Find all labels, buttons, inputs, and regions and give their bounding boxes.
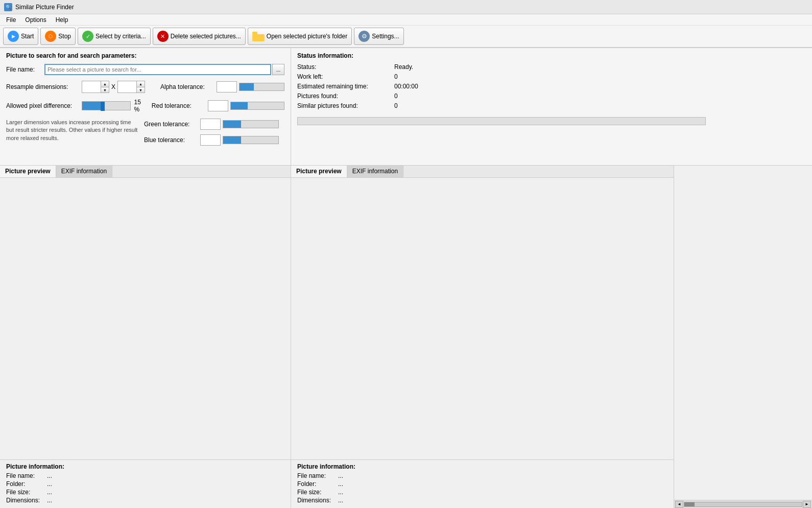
pixel-diff-row: Allowed pixel difference: 15 % Red toler… (6, 99, 284, 113)
right-dimensions-label: Dimensions: (297, 497, 338, 504)
status-value-2: 00:00:00 (394, 83, 418, 90)
select-icon: ✓ (82, 31, 93, 42)
right-preview-tabs: Picture preview EXIF information (291, 166, 674, 178)
blue-tolerance-input[interactable]: 35 (200, 134, 221, 146)
right-dimensions-value: ... (338, 497, 343, 504)
alpha-tolerance-slider-fill (240, 83, 254, 90)
open-folder-button[interactable]: Open selected picture's folder (248, 28, 352, 45)
status-row-0: Status: Ready. (297, 63, 806, 71)
status-value-0: Ready. (394, 63, 413, 71)
red-tolerance-slider-track (230, 102, 284, 110)
status-label-4: Similar pictures found: (297, 102, 394, 109)
status-value-3: 0 (394, 93, 398, 100)
x-separator: X (111, 83, 115, 90)
resample-x-spinner[interactable]: 75 ▲ ▼ (82, 81, 109, 93)
select-criteria-label: Select by criteria... (95, 33, 146, 40)
left-info-row-0: File name: ... (6, 472, 284, 479)
green-tolerance-slider-track (223, 120, 279, 128)
select-criteria-button[interactable]: ✓ Select by criteria... (78, 28, 151, 45)
left-info-row-1: Folder: ... (6, 480, 284, 488)
left-filesize-value: ... (47, 489, 52, 496)
alpha-tolerance-label: Alpha tolerance: (160, 83, 217, 90)
preview-section: Picture preview EXIF information Picture… (0, 166, 812, 508)
status-row-4: Similar pictures found: 0 (297, 102, 806, 109)
pixel-diff-slider[interactable] (82, 101, 131, 110)
browse-button[interactable]: ... (272, 64, 284, 75)
resample-x-down[interactable]: ▼ (101, 87, 109, 93)
right-info-row-3: Dimensions: ... (297, 497, 667, 504)
resample-y-input[interactable]: 75 (118, 81, 136, 93)
blue-tolerance-slider-track (223, 136, 279, 144)
pixel-diff-pct: 15 % (134, 99, 147, 113)
alpha-tolerance-slider-track (239, 83, 284, 91)
menu-options[interactable]: Options (21, 15, 50, 25)
right-info-row-0: File name: ... (297, 472, 667, 479)
settings-button[interactable]: ⚙ Settings... (354, 28, 403, 45)
menu-help[interactable]: Help (52, 15, 73, 25)
green-tolerance-input[interactable]: 35 (200, 119, 221, 130)
status-row-3: Pictures found: 0 (297, 93, 806, 100)
toolbar: ▶ Start ⬡ Stop ✓ Select by criteria... ✕… (0, 26, 812, 48)
left-preview-tabs: Picture preview EXIF information (0, 166, 291, 178)
left-info-row-2: File size: ... (6, 489, 284, 496)
resample-x-input[interactable]: 75 (82, 81, 101, 93)
menu-bar: File Options Help (0, 14, 812, 26)
status-value-1: 0 (394, 73, 398, 80)
right-exif-tab[interactable]: EXIF information (347, 166, 403, 177)
hint-text: Larger dimension values increase process… (6, 119, 139, 142)
resample-y-down[interactable]: ▼ (136, 87, 145, 93)
alpha-tolerance-input[interactable]: 35 (217, 81, 237, 93)
right-info-row-1: Folder: ... (297, 480, 667, 488)
stop-icon: ⬡ (45, 31, 56, 42)
status-value-4: 0 (394, 102, 398, 109)
status-panel-title: Status information: (297, 52, 806, 59)
status-row-2: Estimated remaining time: 00:00:00 (297, 83, 806, 90)
scroll-left-button[interactable]: ◄ (675, 501, 683, 508)
red-tolerance-label: Red tolerance: (152, 102, 208, 109)
right-preview: Picture preview EXIF information Picture… (291, 166, 674, 508)
green-tolerance-row: Green tolerance: 35 (144, 119, 279, 130)
left-picture-info-title: Picture information: (6, 463, 284, 470)
right-filesize-value: ... (338, 489, 343, 496)
blue-tolerance-slider-fill (223, 136, 241, 144)
scroll-right-button[interactable]: ► (803, 501, 811, 508)
resample-row: Resample dimensions: 75 ▲ ▼ X 75 ▲ ▼ (6, 81, 284, 93)
left-folder-value: ... (47, 480, 52, 488)
progress-bar (297, 117, 706, 125)
left-folder-label: Folder: (6, 480, 47, 488)
right-folder-value: ... (338, 480, 343, 488)
file-name-input[interactable] (44, 64, 271, 75)
resample-label: Resample dimensions: (6, 83, 82, 90)
left-exif-tab[interactable]: EXIF information (56, 166, 112, 177)
green-tolerance-label: Green tolerance: (144, 121, 200, 128)
stop-label: Stop (58, 33, 71, 40)
delete-pictures-label: Delete selected pictures... (171, 33, 241, 40)
start-button[interactable]: ▶ Start (3, 28, 38, 45)
blue-tolerance-label: Blue tolerance: (144, 136, 200, 144)
red-tolerance-input[interactable]: 35 (208, 100, 228, 111)
search-params-panel: Picture to search for and search paramet… (0, 48, 291, 165)
left-preview-content (0, 178, 291, 459)
red-tolerance-slider-fill (231, 102, 248, 109)
right-info-row-2: File size: ... (297, 489, 667, 496)
left-filename-value: ... (47, 472, 52, 479)
left-preview: Picture preview EXIF information Picture… (0, 166, 291, 508)
right-preview-content (291, 178, 674, 459)
search-params-title: Picture to search for and search paramet… (6, 52, 284, 59)
horizontal-scrollbar[interactable]: ◄ ► (674, 500, 812, 508)
right-filename-value: ... (338, 472, 343, 479)
app-icon: 🔍 (4, 3, 12, 11)
delete-pictures-button[interactable]: ✕ Delete selected pictures... (153, 28, 246, 45)
resample-y-up[interactable]: ▲ (136, 81, 145, 87)
right-filesize-label: File size: (297, 489, 338, 496)
resample-y-spinner[interactable]: 75 ▲ ▼ (117, 81, 145, 93)
status-panel: Status information: Status: Ready. Work … (291, 48, 812, 165)
left-picture-preview-tab[interactable]: Picture preview (0, 166, 56, 177)
right-folder-label: Folder: (297, 480, 338, 488)
folder-icon (252, 31, 265, 41)
left-dimensions-label: Dimensions: (6, 497, 47, 504)
resample-x-up[interactable]: ▲ (101, 81, 109, 87)
menu-file[interactable]: File (2, 15, 20, 25)
stop-button[interactable]: ⬡ Stop (40, 28, 76, 45)
right-picture-preview-tab[interactable]: Picture preview (291, 166, 347, 177)
